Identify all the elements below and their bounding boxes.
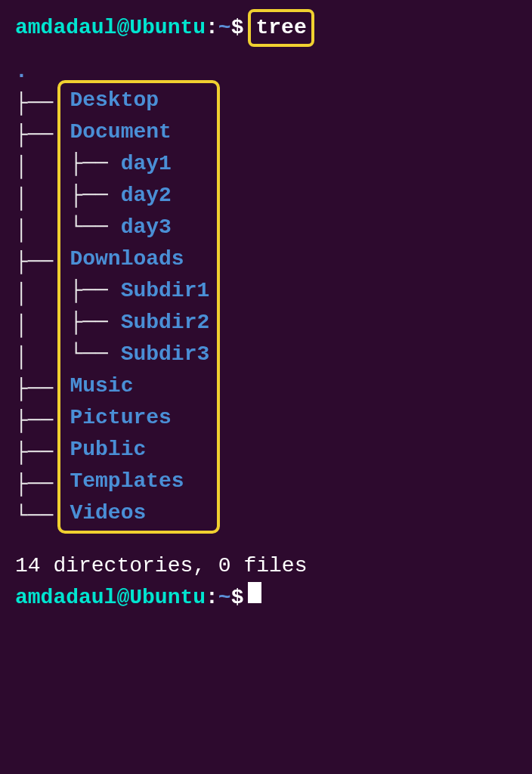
tree-highlight-box: Desktop Document ├── day1 ├── day2 └── d… <box>57 80 220 534</box>
tree-item: Music <box>70 370 209 402</box>
tree-item: Templates <box>70 466 209 497</box>
prompt-sep: : <box>206 582 218 614</box>
prompt-path: ~ <box>218 582 231 614</box>
tree-item: ├── Subdir2 <box>70 307 209 339</box>
tree-item: ├── Subdir1 <box>70 275 209 307</box>
prompt-sigil: $ <box>231 582 244 614</box>
tree-item: Videos <box>70 497 209 529</box>
tree-item: Pictures <box>70 402 209 434</box>
tree-item: Desktop <box>70 85 209 116</box>
cursor-icon <box>248 582 261 603</box>
command-text: tree <box>255 16 306 39</box>
tree-item: └── Subdir3 <box>70 339 209 370</box>
tree-output: ├── ├── │ │ │ ├── │ │ │ ├── ├── ├── ├── … <box>15 86 530 534</box>
tree-item: Public <box>70 434 209 466</box>
tree-summary: 14 directories, 0 files <box>15 550 530 582</box>
user-host: amdadaul@Ubuntu <box>15 582 206 614</box>
user-host: amdadaul@Ubuntu <box>15 12 206 44</box>
tree-item: Document <box>70 116 209 148</box>
prompt-line-2[interactable]: amdadaul@Ubuntu : ~ $ <box>15 582 530 614</box>
prompt-sigil: $ <box>231 12 244 44</box>
tree-item: Downloads <box>70 243 209 275</box>
prompt-sep: : <box>206 12 218 44</box>
command-highlight: tree <box>248 9 314 47</box>
tree-branch-lines: ├── ├── │ │ │ ├── │ │ │ ├── ├── ├── ├── … <box>15 86 53 532</box>
tree-item: └── day3 <box>70 212 209 243</box>
tree-item: ├── day1 <box>70 148 209 180</box>
prompt-line-1: amdadaul@Ubuntu : ~ $ tree <box>15 9 530 47</box>
prompt-path: ~ <box>218 12 231 44</box>
tree-item: ├── day2 <box>70 180 209 212</box>
